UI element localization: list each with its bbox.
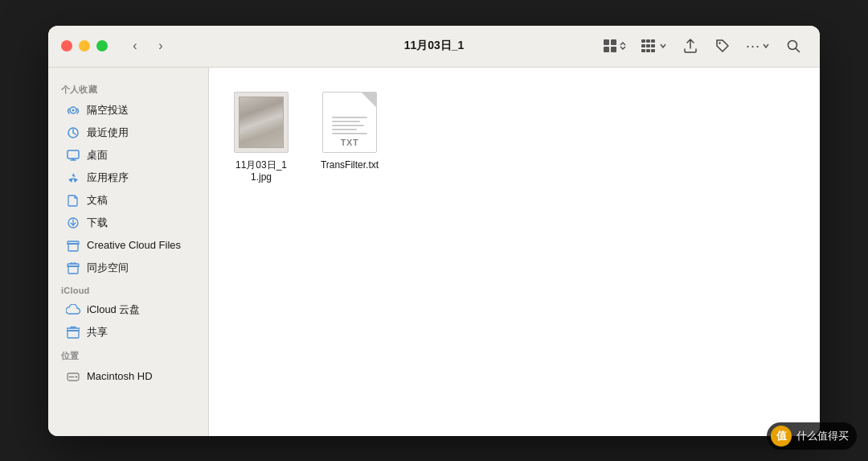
sidebar-item-apps[interactable]: 应用程序 [53,167,203,189]
svg-rect-9 [651,44,655,47]
svg-rect-5 [646,39,650,43]
sidebar-item-docs-label: 文稿 [87,193,108,208]
forward-icon: › [158,39,162,53]
finder-window: ‹ › 11月03日_1 [48,26,820,436]
recents-icon [66,126,80,140]
chevron-updown-icon [619,42,627,50]
svg-rect-12 [651,49,655,52]
more-icon: ··· [746,38,760,55]
svg-rect-10 [641,49,645,52]
txt-file-name: TransFilter.txt [321,159,379,172]
sidebar-item-airdrop[interactable]: 隔空投送 [53,99,203,121]
share-button[interactable] [677,35,704,57]
share-icon [684,39,697,53]
svg-point-13 [719,42,720,43]
txt-line [332,133,367,134]
svg-rect-4 [641,39,645,43]
sidebar-item-shared-label: 共享 [87,325,108,340]
file-grid: 11月03日_1 1.jpg TXT [225,84,804,191]
section-label-favorites: 个人收藏 [48,77,208,99]
sidebar-item-creative-cloud[interactable]: Creative Cloud Files [53,234,203,257]
apps-icon [66,171,80,185]
main-content: 个人收藏 隔空投送 [48,68,820,436]
back-button[interactable]: ‹ [124,35,146,57]
sidebar-item-airdrop-label: 隔空投送 [87,103,129,117]
jpg-thumbnail [232,90,290,154]
txt-line [332,125,364,126]
sidebar-item-recents-label: 最近使用 [87,126,129,140]
view-group-button[interactable] [637,35,672,57]
chevron-down-icon [659,42,667,50]
txt-type-label: TXT [341,138,358,147]
svg-rect-7 [641,44,645,47]
svg-rect-11 [646,49,650,52]
sidebar-item-docs[interactable]: 文稿 [53,189,203,212]
traffic-lights [61,40,108,51]
txt-line [332,121,360,122]
sidebar-item-icloud-drive-label: iCloud 云盘 [87,303,140,317]
chevron-down-small-icon [762,42,770,50]
nav-buttons: ‹ › [124,35,172,57]
grid-icon [603,39,617,53]
file-item-jpg[interactable]: 11月03日_1 1.jpg [225,84,297,191]
txt-line [332,129,357,130]
icloud-icon [66,303,80,317]
svg-rect-3 [611,47,616,52]
more-button[interactable]: ··· [741,35,775,57]
svg-rect-0 [604,39,609,45]
forward-button[interactable]: › [149,35,172,57]
creative-cloud-icon [66,238,80,253]
search-icon [787,39,800,53]
sidebar-item-sync-label: 同步空间 [87,261,129,275]
sidebar-item-downloads-label: 下载 [87,216,108,230]
titlebar: ‹ › 11月03日_1 [48,26,820,68]
svg-point-17 [72,109,75,111]
watermark-icon: 值 [771,426,792,447]
sidebar-item-macintosh-hd[interactable]: Macintosh HD [53,365,203,388]
toolbar-actions: ··· [598,35,807,57]
jpg-file-name: 11月03日_1 1.jpg [231,159,291,184]
txt-icon-container: TXT [321,90,379,154]
tag-icon [715,39,730,53]
sidebar-item-desktop[interactable]: 桌面 [53,144,203,167]
section-label-icloud: iCloud [48,279,208,298]
hd-icon [66,369,80,384]
svg-rect-1 [611,39,616,45]
sidebar-item-icloud-drive[interactable]: iCloud 云盘 [53,298,203,321]
svg-rect-6 [651,39,655,43]
sidebar-item-desktop-label: 桌面 [87,148,108,163]
view-icon-grid-button[interactable] [598,35,632,57]
shared-icon [66,325,80,340]
sidebar-item-creative-cloud-label: Creative Cloud Files [87,239,181,251]
search-button[interactable] [780,35,807,57]
sidebar: 个人收藏 隔空投送 [48,68,209,436]
watermark-icon-text: 值 [776,429,787,443]
tag-button[interactable] [709,35,736,57]
minimize-button[interactable] [79,40,90,51]
watermark-label: 什么值得买 [796,429,849,443]
file-item-txt[interactable]: TXT TransFilter.txt [313,84,386,191]
sidebar-item-recents[interactable]: 最近使用 [53,121,203,144]
window-title: 11月03日_1 [404,39,465,53]
back-icon: ‹ [133,39,137,53]
sidebar-item-shared[interactable]: 共享 [53,321,203,344]
svg-rect-2 [604,47,609,52]
svg-rect-8 [646,44,650,47]
maximize-button[interactable] [96,40,108,51]
sidebar-item-apps-label: 应用程序 [87,171,129,185]
section-label-locations: 位置 [48,344,208,365]
svg-rect-19 [68,150,79,158]
svg-line-15 [796,48,800,52]
group-icon [641,39,657,52]
downloads-icon [66,216,80,230]
desktop-icon [66,148,80,163]
watermark: 值 什么值得买 [767,422,857,450]
txt-line [332,117,367,118]
sync-icon [66,261,80,275]
airdrop-icon [66,103,80,117]
sidebar-item-sync[interactable]: 同步空间 [53,257,203,279]
sidebar-item-downloads[interactable]: 下载 [53,212,203,234]
close-button[interactable] [61,40,72,51]
file-area: 11月03日_1 1.jpg TXT [209,68,820,436]
sidebar-item-macintosh-hd-label: Macintosh HD [87,370,153,382]
